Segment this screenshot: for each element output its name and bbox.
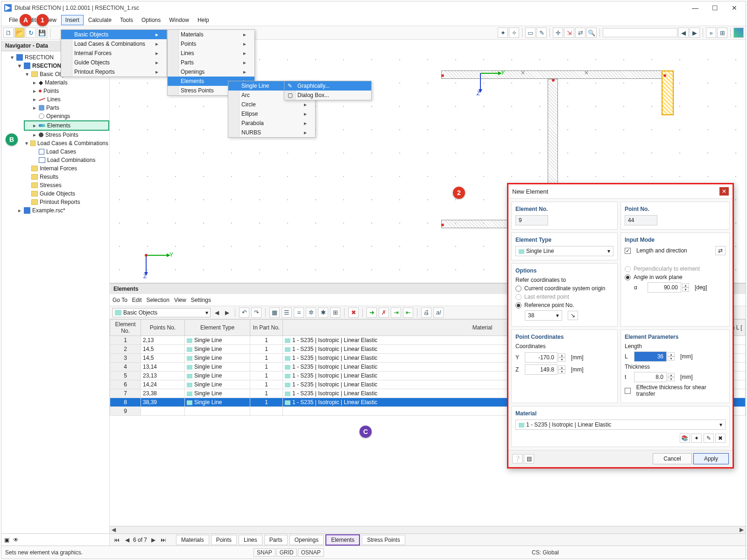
submenu-graphically[interactable]: ✎Graphically...: [284, 81, 371, 91]
pen-icon[interactable]: ✎: [536, 28, 547, 38]
select-icon[interactable]: ▭: [525, 28, 536, 38]
menu-tools[interactable]: Tools: [116, 15, 137, 25]
input-thickness[interactable]: 8.0: [634, 372, 667, 382]
delete-icon[interactable]: ✖: [348, 308, 359, 318]
material-delete-icon[interactable]: ✖: [715, 434, 726, 443]
tab-lines[interactable]: Lines: [239, 535, 262, 545]
tree-lines[interactable]: ▸Lines: [31, 95, 109, 104]
tab-stress-points[interactable]: Stress Points: [362, 535, 405, 545]
wand-icon[interactable]: ✦: [498, 28, 508, 38]
pager-next[interactable]: ▶: [149, 537, 157, 543]
link-icon[interactable]: ⇄: [575, 28, 585, 38]
dialog-close-button[interactable]: ✕: [719, 187, 729, 196]
submenu-materials[interactable]: Materials▸: [168, 30, 254, 39]
tab-elements[interactable]: Elements: [325, 534, 360, 546]
scroll-left-icon[interactable]: ◀: [112, 526, 116, 533]
open-icon[interactable]: 📂: [14, 28, 25, 38]
tab-materials[interactable]: Materials: [176, 535, 209, 545]
submenu-dialog-box[interactable]: ▢Dialog Box...: [284, 91, 371, 100]
prev-icon[interactable]: ◀: [678, 28, 689, 38]
radio-ref-point[interactable]: [515, 302, 521, 308]
tab-parts[interactable]: Parts: [264, 535, 288, 545]
radio-angle-wp[interactable]: [625, 274, 631, 280]
tab-points[interactable]: Points: [211, 535, 237, 545]
input-z[interactable]: 149.8: [525, 364, 557, 375]
color-icon[interactable]: [733, 28, 744, 38]
tree-internal-forces[interactable]: Internal Forces: [24, 164, 109, 173]
menu-options[interactable]: Options: [138, 15, 164, 25]
tree-openings[interactable]: Openings: [31, 112, 109, 120]
grid2-icon[interactable]: ⊞: [330, 308, 340, 318]
material-edit-icon[interactable]: ✎: [704, 434, 714, 443]
cancel-button[interactable]: Cancel: [653, 453, 691, 464]
menu-window[interactable]: Window: [165, 15, 193, 25]
undo-icon[interactable]: ↶: [239, 308, 249, 318]
tab-openings[interactable]: Openings: [289, 535, 324, 545]
select-ref-point[interactable]: 38▾: [525, 310, 562, 321]
panel-selection[interactable]: Selection: [147, 297, 169, 303]
col-element-type[interactable]: Element Type: [185, 320, 250, 336]
move-icon[interactable]: ⇥: [391, 308, 401, 318]
select-element-type[interactable]: Single Line▾: [515, 246, 613, 256]
apply-button[interactable]: Apply: [693, 453, 729, 464]
submenu-nurbs[interactable]: NURBS▸: [228, 128, 315, 137]
menu-insert[interactable]: Insert: [61, 15, 84, 25]
status-snap[interactable]: SNAP: [254, 548, 275, 557]
new-icon[interactable]: 🗋: [3, 28, 14, 38]
axis-icon[interactable]: ⇲: [564, 28, 574, 38]
submenu-basic-objects[interactable]: Basic Objects▸: [61, 30, 167, 39]
remove-icon[interactable]: ✗: [379, 308, 389, 318]
pager-prev[interactable]: ◀: [123, 537, 131, 543]
tree-example[interactable]: ▸Example.rsc*: [16, 206, 109, 215]
dialog-layer-icon[interactable]: ▤: [524, 454, 534, 463]
close-button[interactable]: ✕: [725, 2, 744, 14]
toolbar-dropdown[interactable]: [603, 28, 677, 37]
panel-edit[interactable]: Edit: [132, 297, 142, 303]
material-new-icon[interactable]: ✦: [691, 434, 702, 443]
status-grid[interactable]: GRID: [276, 548, 297, 557]
star3-icon[interactable]: ✱: [318, 308, 328, 318]
maximize-button[interactable]: ☐: [705, 2, 724, 14]
material-lib-icon[interactable]: 📚: [680, 434, 690, 443]
dialog-help-icon[interactable]: ❔: [512, 454, 522, 463]
submenu-openings[interactable]: Openings▸: [168, 67, 254, 77]
zoom-icon[interactable]: 🔍: [586, 28, 597, 38]
col-element-no[interactable]: Element No.: [110, 320, 141, 336]
chevrons-icon[interactable]: »: [706, 28, 716, 38]
col-in-part[interactable]: In Part No.: [250, 320, 283, 336]
redo-icon[interactable]: ↷: [251, 308, 261, 318]
navigator-tree[interactable]: ▾RSECTION ▾RSECTION_1.… ▾Basic Obj… ▸◆Ma…: [1, 51, 109, 533]
move2-icon[interactable]: ⇤: [403, 308, 413, 318]
grid-icon[interactable]: ⊞: [717, 28, 727, 38]
panel-goto[interactable]: Go To: [113, 297, 127, 303]
tree-stress-points[interactable]: ▸Stress Points: [31, 131, 109, 139]
tree-load-comb[interactable]: Load Combinations: [31, 156, 109, 164]
check-eff-thickness[interactable]: [625, 388, 631, 394]
input-point-no[interactable]: 44: [625, 215, 657, 225]
eye-icon[interactable]: 👁: [13, 537, 19, 543]
input-element-no[interactable]: 9: [515, 215, 548, 225]
submenu-ellipse[interactable]: Ellipse▸: [228, 109, 315, 119]
pick-point-icon[interactable]: ↘: [568, 311, 578, 320]
row-icon[interactable]: ☰: [282, 308, 292, 318]
window-icon[interactable]: ▣: [4, 537, 9, 543]
tree-points[interactable]: ▸Points: [31, 87, 109, 95]
tree-lcc[interactable]: ▾Load Cases & Combinations: [24, 139, 109, 147]
submenu-parabola[interactable]: Parabola▸: [228, 119, 315, 128]
input-alpha[interactable]: 90.00: [648, 282, 681, 293]
panel-type-dropdown[interactable]: Basic Objects▾: [113, 308, 211, 317]
submenu-guide-objects[interactable]: Guide Objects▸: [61, 58, 167, 67]
alpha-italic-icon[interactable]: al: [433, 308, 444, 318]
status-osnap[interactable]: OSNAP: [298, 548, 324, 557]
panel-settings[interactable]: Settings: [191, 297, 211, 303]
submenu-lcc[interactable]: Load Cases & Combinations▸: [61, 39, 167, 49]
refresh-icon[interactable]: ↻: [26, 28, 36, 38]
input-y[interactable]: -170.0: [525, 352, 557, 363]
tree-elements[interactable]: ▸Elements: [24, 120, 109, 131]
minimize-button[interactable]: —: [686, 2, 705, 14]
menu-help[interactable]: Help: [194, 15, 213, 25]
tree-materials[interactable]: ▸◆Materials: [31, 78, 109, 87]
submenu-internal-forces[interactable]: Internal Forces▸: [61, 49, 167, 58]
panel-next[interactable]: ▶: [223, 309, 231, 316]
panel-view[interactable]: View: [174, 297, 186, 303]
